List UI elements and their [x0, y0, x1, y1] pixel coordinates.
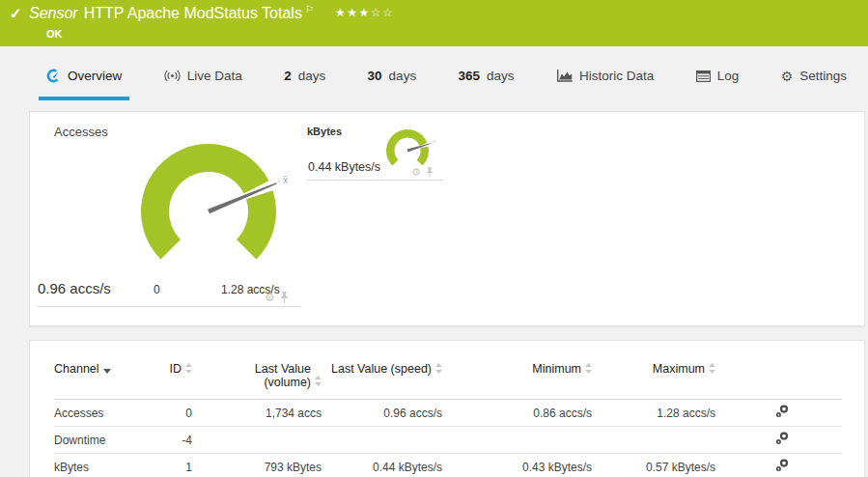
ok-check-icon: ✓ — [10, 5, 22, 22]
sensor-title-line: SensorHTTP Apache ModStatus Totals⚐★★★☆☆ — [29, 4, 394, 22]
column-header-last-value-volume[interactable]: Last Value (volume) — [192, 354, 322, 400]
gauge-title-accesses: Accesses — [54, 125, 108, 139]
channels-panel: Channel ID Last Value (volume) Last Valu… — [29, 340, 865, 477]
tab-bar: Overview Live Data 2 days 30 days 365 da… — [39, 55, 854, 100]
status-badge: OK — [46, 28, 63, 40]
channels-table: Channel ID Last Value (volume) Last Valu… — [54, 354, 842, 477]
channel-id: -4 — [146, 427, 192, 454]
channel-last-speed: 0.44 kBytes/s — [322, 454, 442, 477]
channel-minimum — [442, 427, 592, 454]
channel-maximum: 1.28 accs/s — [592, 400, 715, 427]
priority-star-rating[interactable]: ★★★☆☆ — [335, 6, 394, 19]
accesses-gauge[interactable]: x̄ — [136, 139, 300, 286]
channel-last-speed — [322, 427, 442, 454]
tab-overview[interactable]: Overview — [39, 55, 129, 100]
gauge-widget-actions: ⚙ — [265, 292, 289, 303]
area-chart-icon — [556, 70, 573, 83]
gauge-scale-min: 0 — [154, 283, 160, 296]
channel-last-speed: 0.96 accs/s — [322, 400, 442, 427]
column-header-id[interactable]: ID — [146, 354, 192, 400]
tab-historic-data[interactable]: Historic Data — [548, 55, 661, 100]
tab-log-label: Log — [717, 69, 740, 83]
tab-30-days-label: days — [389, 69, 417, 83]
table-row: kBytes 1 793 kBytes 0.44 kBytes/s 0.43 k… — [54, 454, 842, 477]
gauge-title-kbytes: kBytes — [307, 126, 342, 137]
gear-icon[interactable]: ⚙ — [265, 292, 275, 303]
channel-last-volume — [192, 427, 322, 454]
tab-2-days[interactable]: 2 days — [276, 55, 333, 100]
tab-overview-label: Overview — [68, 69, 122, 83]
channel-name[interactable]: Accesses — [54, 400, 146, 427]
channel-last-volume: 793 kBytes — [192, 454, 322, 477]
channel-id: 0 — [146, 400, 192, 427]
gauge-widget-actions: ⚙ — [411, 167, 434, 178]
sensor-header: ✓ SensorHTTP Apache ModStatus Totals⚐★★★… — [0, 0, 868, 46]
channel-maximum — [592, 427, 715, 454]
sort-icon[interactable] — [435, 363, 442, 377]
tab-live-data[interactable]: Live Data — [156, 55, 250, 100]
broadcast-icon — [164, 70, 181, 82]
sort-desc-icon[interactable] — [103, 363, 111, 377]
page-title: HTTP Apache ModStatus Totals — [84, 5, 302, 21]
channel-minimum: 0.86 accs/s — [442, 400, 592, 427]
column-header-channel[interactable]: Channel — [54, 354, 146, 400]
tab-365-days[interactable]: 365 days — [451, 55, 522, 100]
average-marker-line — [431, 141, 437, 144]
gauges-panel: Accesses x̄ 0 1.28 accs/s 0.96 accs/s ⚙ … — [29, 111, 865, 326]
pin-icon[interactable] — [280, 292, 289, 303]
gauge-current-value: 0.96 accs/s — [38, 280, 111, 296]
channel-name[interactable]: Downtime — [54, 427, 146, 454]
table-header-row: Channel ID Last Value (volume) Last Valu… — [54, 354, 842, 400]
channel-last-volume: 1,734 accs — [192, 400, 322, 427]
widget-divider — [38, 306, 301, 307]
tab-settings-label: Settings — [799, 69, 847, 83]
sort-icon[interactable] — [709, 363, 715, 377]
table-row: Downtime -4 — [54, 427, 842, 454]
column-header-last-value-speed[interactable]: Last Value (speed) — [322, 354, 442, 400]
tab-historic-data-label: Historic Data — [579, 69, 654, 83]
tab-30-days[interactable]: 30 days — [360, 55, 425, 100]
sort-icon[interactable] — [185, 363, 192, 377]
sort-icon[interactable] — [585, 363, 592, 377]
tab-365-days-label: days — [487, 69, 515, 83]
pin-icon[interactable] — [426, 167, 434, 178]
table-row: Accesses 0 1,734 accs 0.96 accs/s 0.86 a… — [54, 400, 842, 427]
object-kind-label: Sensor — [29, 5, 78, 21]
channel-settings-icon[interactable] — [775, 462, 789, 475]
sort-icon[interactable] — [315, 376, 322, 389]
widget-divider — [307, 180, 443, 181]
channel-name[interactable]: kBytes — [54, 454, 146, 477]
average-marker: x̄ — [283, 175, 288, 185]
tab-365-days-number: 365 — [459, 69, 481, 83]
tab-log[interactable]: Log — [688, 55, 747, 100]
log-icon — [696, 70, 711, 82]
tab-2-days-number: 2 — [284, 69, 292, 83]
gear-icon: ⚙ — [781, 70, 794, 83]
tab-2-days-label: days — [298, 69, 326, 83]
column-header-actions — [715, 354, 842, 400]
column-header-minimum[interactable]: Minimum — [442, 354, 592, 400]
gear-icon[interactable]: ⚙ — [411, 167, 421, 178]
channel-minimum: 0.43 kBytes/s — [442, 454, 592, 477]
tab-settings[interactable]: ⚙ Settings — [773, 55, 854, 100]
gauge-current-value: 0.44 kBytes/s — [308, 160, 380, 174]
tab-live-data-label: Live Data — [187, 69, 242, 83]
channel-settings-icon[interactable] — [775, 435, 789, 448]
channel-maximum: 0.57 kBytes/s — [592, 454, 715, 477]
tab-30-days-number: 30 — [368, 69, 382, 83]
channel-id: 1 — [146, 454, 192, 477]
channel-settings-icon[interactable] — [775, 407, 789, 421]
flag-icon[interactable]: ⚐ — [305, 4, 314, 14]
column-header-maximum[interactable]: Maximum — [592, 354, 715, 400]
gauge-icon — [46, 69, 61, 83]
